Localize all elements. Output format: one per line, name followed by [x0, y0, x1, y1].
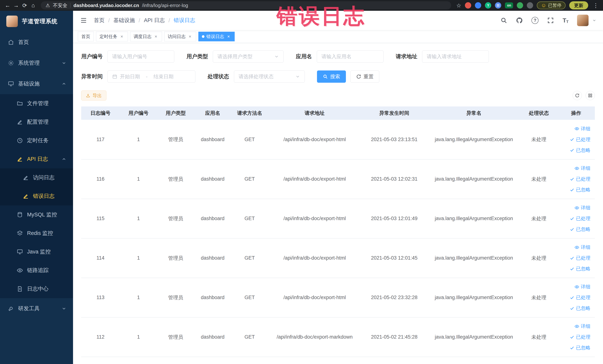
app-name-field[interactable] [317, 50, 383, 63]
ignored-link[interactable]: 已忽略 [559, 342, 590, 353]
sidebar-item-dev-tools[interactable]: 研发工具 [0, 298, 73, 319]
url-domain[interactable]: dashboard.yudao.iocoder.cn [73, 3, 139, 8]
paused-badge[interactable]: ☺已暂停 [537, 1, 566, 9]
extension-icon-puzzle[interactable] [527, 2, 533, 9]
sidebar-item-redis-monitor[interactable]: Redis 监控 [0, 224, 73, 243]
security-label[interactable]: 不安全 [53, 2, 67, 9]
extension-icon-green[interactable]: Y [485, 2, 491, 9]
sidebar-item-api-log[interactable]: API 日志 [0, 150, 73, 168]
check-icon [570, 335, 574, 340]
processed-link[interactable]: 已处理 [559, 174, 590, 185]
tab-schedule-log[interactable]: 调度日志 × [130, 32, 162, 41]
hamburger-icon[interactable] [80, 17, 88, 24]
font-size-icon[interactable]: TT [563, 17, 568, 24]
table-row: 117 1 管理员 dashboard GET /api/infra/db-do… [81, 120, 595, 159]
sidebar-item-trace[interactable]: 链路追踪 [0, 261, 73, 280]
close-icon[interactable]: × [226, 34, 231, 39]
detail-link[interactable]: 详细 [559, 123, 590, 134]
sidebar-item-infra[interactable]: 基础设施 [0, 73, 73, 94]
logo[interactable]: 芋道管理系统 [0, 11, 73, 32]
sidebar-item-label: 链路追踪 [27, 267, 48, 274]
column-settings-button[interactable] [586, 91, 595, 100]
ignored-link[interactable]: 已忽略 [559, 145, 590, 156]
cell-app-name: dashboard [194, 278, 231, 317]
reset-button[interactable]: 重置 [350, 70, 379, 83]
tab-error-log[interactable]: 错误日志 × [198, 32, 235, 41]
close-icon[interactable]: × [153, 34, 159, 39]
cell-status: 未处理 [520, 159, 557, 199]
breadcrumb-api-log[interactable]: API 日志 [144, 17, 165, 24]
sidebar-item-mysql-monitor[interactable]: MySQL 监控 [0, 205, 73, 224]
search-button[interactable]: 搜索 [317, 70, 346, 83]
sidebar-item-error-log[interactable]: 错误日志 [0, 187, 73, 205]
select-placeholder: 请选择处理状态 [239, 73, 274, 80]
browser-extensions-area: ☆ Y on ☺已暂停 更新 ⋮ [454, 1, 600, 10]
search-icon[interactable] [500, 17, 507, 24]
detail-link[interactable]: 详细 [559, 321, 590, 332]
ignored-link[interactable]: 已忽略 [559, 185, 590, 195]
extension-on-badge[interactable]: on [505, 2, 513, 8]
sidebar-item-access-log[interactable]: 访问日志 [0, 168, 73, 187]
avatar[interactable] [577, 15, 589, 26]
process-status-select[interactable]: 请选择处理状态 [234, 70, 305, 83]
detail-link[interactable]: 详细 [559, 202, 590, 213]
close-icon[interactable]: × [187, 34, 193, 39]
user-id-input[interactable] [112, 54, 170, 59]
extension-icon-blue[interactable] [475, 2, 481, 9]
browser-home-icon[interactable]: ⌂ [29, 1, 37, 10]
export-button[interactable]: 导出 [81, 91, 106, 101]
refresh-icon [575, 93, 580, 98]
processed-link[interactable]: 已处理 [559, 213, 590, 224]
extension-icon-grid[interactable] [495, 2, 501, 9]
sidebar-item-log-center[interactable]: 日志中心 [0, 280, 73, 298]
address-bar[interactable]: ⚠ 不安全 dashboard.yudao.iocoder.cn/infra/l… [41, 1, 451, 10]
app-name-input[interactable] [321, 54, 379, 59]
back-icon[interactable]: ← [3, 1, 12, 10]
table-header-row: 日志编号 用户编号 用户类型 应用名 请求方法名 请求地址 异常发生时间 异常名… [81, 106, 595, 120]
ignored-link[interactable]: 已忽略 [559, 224, 590, 235]
detail-link[interactable]: 详细 [559, 242, 590, 253]
sidebar-item-config-manage[interactable]: 配置管理 [0, 113, 73, 131]
detail-link[interactable]: 详细 [559, 282, 590, 292]
sidebar-item-java-monitor[interactable]: Java 监控 [0, 243, 73, 261]
ignored-link[interactable]: 已忽略 [559, 263, 590, 274]
update-button[interactable]: 更新 [569, 1, 588, 10]
tab-access-log[interactable]: 访问日志 × [164, 32, 196, 41]
tab-home[interactable]: 首页 [78, 32, 94, 41]
detail-link[interactable]: 详细 [559, 163, 590, 174]
caret-down-icon[interactable] [592, 18, 596, 23]
processed-link[interactable]: 已处理 [559, 332, 590, 342]
request-url-field[interactable] [422, 50, 489, 63]
bookmark-star-icon[interactable]: ☆ [456, 2, 461, 9]
user-type-select[interactable]: 请选择用户类型 [213, 50, 284, 63]
close-icon[interactable]: × [119, 34, 124, 39]
tab-label: 定时任务 [100, 34, 117, 39]
date-range-picker[interactable]: 开始日期 - 结束日期 [107, 70, 195, 83]
breadcrumb-infra[interactable]: 基础设施 [114, 17, 135, 24]
browser-menu-icon[interactable]: ⋮ [592, 2, 600, 9]
fullscreen-icon[interactable] [547, 17, 554, 24]
extension-icon-red[interactable] [465, 2, 471, 9]
forward-icon[interactable]: → [12, 1, 20, 10]
processed-link[interactable]: 已处理 [559, 134, 590, 145]
sidebar-item-home[interactable]: 首页 [0, 32, 73, 53]
sidebar-item-file-manage[interactable]: 文件管理 [0, 94, 73, 113]
sidebar-item-system[interactable]: 系统管理 [0, 53, 73, 73]
extension-icon-sprout[interactable] [517, 2, 523, 9]
processed-link[interactable]: 已处理 [559, 292, 590, 303]
url-path[interactable]: /infra/log/api-error-log [142, 3, 188, 8]
refresh-button[interactable] [573, 91, 582, 100]
help-icon[interactable]: ? [532, 17, 538, 24]
ignored-link[interactable]: 已忽略 [559, 303, 590, 314]
sidebar-item-scheduled-jobs[interactable]: 定时任务 [0, 131, 73, 150]
request-url-input[interactable] [427, 54, 484, 59]
processed-link[interactable]: 已处理 [559, 253, 590, 263]
sidebar-item-label: 研发工具 [18, 305, 40, 312]
breadcrumb-home[interactable]: 首页 [94, 17, 104, 24]
cell-exception: java.lang.IllegalArgumentException [428, 238, 521, 278]
user-id-field[interactable] [107, 50, 174, 63]
cell-user-id: 1 [120, 317, 157, 357]
tab-scheduled-jobs[interactable]: 定时任务 × [96, 32, 128, 41]
reload-icon[interactable]: ⟳ [20, 1, 29, 10]
github-icon[interactable] [516, 17, 523, 24]
